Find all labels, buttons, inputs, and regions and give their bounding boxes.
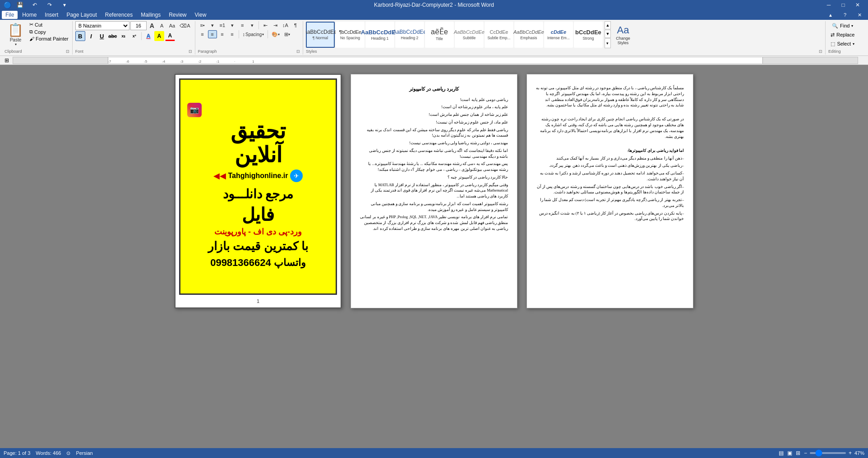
style-no-spacing-preview: ¶bCcDdEe xyxy=(339,30,361,35)
scroll-up-btn[interactable]: ▲ xyxy=(605,21,611,29)
menu-insert[interactable]: Insert xyxy=(41,11,62,19)
line-spacing-btn[interactable]: ↕ Spacing ▾ xyxy=(241,30,266,38)
clipboard-expand-icon[interactable]: ⊡ xyxy=(66,49,69,54)
horizontal-ruler[interactable]: -7 -6 -5 -4 -3 -2 -1 · 1 xyxy=(13,57,858,64)
ruler-toggle-btn[interactable]: ⊞ xyxy=(5,56,9,64)
subscript-button[interactable]: x₂ xyxy=(119,31,129,41)
clear-formatting-btn[interactable]: ⌫A xyxy=(178,22,192,30)
zoom-out-btn[interactable]: − xyxy=(803,450,808,456)
highlight-button[interactable]: A xyxy=(154,31,164,41)
multilevel-arrow-btn[interactable]: ▾ xyxy=(248,21,257,29)
page3-para7: –تجربه بهتر از ریاضی (گرچه یادگیری مهم‌ت… xyxy=(536,197,684,209)
text-effects-button[interactable]: A xyxy=(143,31,153,41)
show-formatting-btn[interactable]: ¶ xyxy=(291,21,300,29)
cut-button[interactable]: ✂ Cut xyxy=(28,21,69,28)
style-heading1[interactable]: AaBbCcDdEe Heading 1 xyxy=(365,22,394,48)
minimize-btn[interactable]: ─ xyxy=(822,0,836,10)
view-print-btn[interactable]: ▤ xyxy=(778,450,785,456)
styles-expand-icon[interactable]: ⊡ xyxy=(819,49,822,54)
replace-button[interactable]: ⇄ Replace xyxy=(828,31,857,39)
style-intense-em[interactable]: cDdEe Intense Em... xyxy=(544,22,573,48)
style-strong[interactable]: bCcDdEe Strong xyxy=(574,22,603,48)
decrease-indent-btn[interactable]: ⇤ xyxy=(261,21,270,29)
superscript-button[interactable]: x² xyxy=(129,31,139,41)
style-no-spacing[interactable]: ¶bCcDdEe No Spacing xyxy=(336,22,365,48)
paragraph-expand-icon[interactable]: ⊡ xyxy=(296,49,300,54)
change-styles-button[interactable]: Aa Change Styles xyxy=(612,22,634,48)
format-painter-label: Format Painter xyxy=(36,36,69,41)
undo-btn[interactable]: ↶ xyxy=(28,0,42,10)
increase-indent-btn[interactable]: ⇥ xyxy=(271,21,280,29)
style-normal[interactable]: AaBbCcDdEe ¶ Normal xyxy=(306,22,335,48)
center-btn[interactable]: ≡ xyxy=(208,30,217,38)
style-title[interactable]: aẽẼe Title xyxy=(425,22,454,48)
telegram-icon: ✈ xyxy=(290,169,303,182)
menu-mailings[interactable]: Mailings xyxy=(137,11,164,19)
style-subtitle[interactable]: AaBbCcDdEe Subtitle xyxy=(455,22,484,48)
view-web-btn[interactable]: ⊞ xyxy=(795,450,801,456)
status-bar: Page: 1 of 3 Words: 466 ⊙ Persian ▤ ▣ ⊞ … xyxy=(0,448,868,458)
undo-arrow-btn[interactable]: ↷ xyxy=(43,0,56,10)
editing-group: 🔍 Find ▾ ⇄ Replace ⬚ Select ▾ Editing xyxy=(826,21,866,55)
numbering-arrow-btn[interactable]: ▾ xyxy=(228,21,237,29)
style-emphasis[interactable]: AaBbCcDdEe Emphasis xyxy=(514,22,543,48)
menu-review[interactable]: Review xyxy=(165,11,190,19)
font-size-decrease-btn[interactable]: A xyxy=(157,22,166,30)
menu-references[interactable]: References xyxy=(102,11,136,19)
style-intense-em-preview: cDdEe xyxy=(551,30,566,35)
numbering-button[interactable]: ≡1 xyxy=(218,21,227,29)
page2-para11: رشته کامپیوتر اهمیت است که ابزار برنامه‌… xyxy=(360,201,508,213)
align-left-btn[interactable]: ≡ xyxy=(198,30,207,38)
select-button[interactable]: ⬚ Select ▾ xyxy=(828,40,857,48)
bold-button[interactable]: B xyxy=(75,31,85,41)
font-size-input[interactable] xyxy=(130,21,147,30)
close-doc-btn[interactable]: ✕ xyxy=(853,10,866,20)
svg-text:-5: -5 xyxy=(144,60,148,64)
save-btn[interactable]: 💾 xyxy=(13,0,27,10)
italic-button[interactable]: I xyxy=(86,31,96,41)
zoom-in-btn[interactable]: + xyxy=(848,450,853,456)
ribbon-minimize-btn[interactable]: ▲ xyxy=(824,10,837,20)
borders-arrow: ▾ xyxy=(288,32,290,37)
menu-home[interactable]: Home xyxy=(18,11,40,19)
find-button[interactable]: 🔍 Find ▾ xyxy=(830,22,855,30)
menu-view[interactable]: View xyxy=(191,11,210,19)
menu-page-layout[interactable]: Page Layout xyxy=(63,11,100,19)
format-painter-button[interactable]: 🖌 Format Painter xyxy=(28,36,69,42)
word-icon: 🔵 xyxy=(4,1,11,9)
copy-button[interactable]: ⧉ Copy xyxy=(28,28,69,35)
shading-btn[interactable]: 🎨 ▾ xyxy=(270,30,282,38)
scroll-more-btn[interactable]: ▾ xyxy=(605,38,611,48)
help-btn[interactable]: ? xyxy=(838,10,852,20)
maximize-btn[interactable]: □ xyxy=(836,0,850,10)
paste-button[interactable]: 📋 Paste ▾ xyxy=(5,21,27,48)
font-expand-icon[interactable]: ⊡ xyxy=(189,49,192,54)
page2-para3: علم زیر شاخه از همان جنس علم مادرش است! xyxy=(360,112,508,118)
change-case-btn[interactable]: Aa xyxy=(167,22,177,30)
font-color-button[interactable]: A xyxy=(165,31,175,41)
shading-arrow: ▾ xyxy=(278,32,280,37)
page3-para8: –پایه نکردن درس‌های ریاضی بخصوص در آغاز … xyxy=(536,211,684,222)
paste-label: Paste xyxy=(10,37,22,42)
style-subtle-emp[interactable]: CcDdEe Subtle Emp... xyxy=(485,22,513,48)
zoom-slider[interactable] xyxy=(810,452,846,454)
menu-file[interactable]: File xyxy=(2,11,18,19)
bullets-arrow-btn[interactable]: ▾ xyxy=(208,21,217,29)
close-btn[interactable]: ✕ xyxy=(851,0,864,10)
ribbon: 📋 Paste ▾ ✂ Cut ⧉ Copy 🖌 Format Painter xyxy=(0,20,868,56)
bullets-button[interactable]: ≡• xyxy=(198,21,207,29)
justify-btn[interactable]: ≡ xyxy=(228,30,237,38)
poster-title-2: آنلاین xyxy=(235,143,282,167)
strikethrough-button[interactable]: abc xyxy=(108,31,118,41)
style-heading2[interactable]: AaBbCcDdEe Heading 2 xyxy=(395,22,424,48)
customize-btn[interactable]: ▾ xyxy=(58,0,71,10)
view-full-btn[interactable]: ▣ xyxy=(786,450,793,456)
multilevel-button[interactable]: ≡ xyxy=(238,21,247,29)
sort-btn[interactable]: ↕A xyxy=(281,21,290,29)
underline-button[interactable]: U xyxy=(97,31,107,41)
scroll-down-btn[interactable]: ▼ xyxy=(605,30,611,38)
align-right-btn[interactable]: ≡ xyxy=(218,30,227,38)
font-size-increase-btn[interactable]: A xyxy=(148,22,157,30)
font-family-select[interactable]: B Nazanin xyxy=(75,21,129,30)
borders-btn[interactable]: ⊞ ▾ xyxy=(282,30,292,38)
